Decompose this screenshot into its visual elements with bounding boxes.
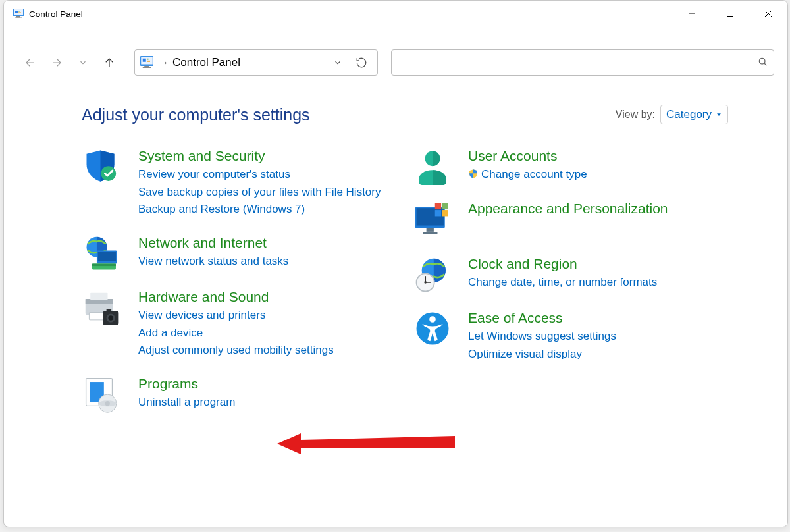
printer-camera-icon bbox=[82, 289, 124, 360]
link-add-device[interactable]: Add a device bbox=[138, 325, 398, 342]
category-appearance: Appearance and Personalization bbox=[411, 201, 728, 240]
category-user-accounts: User Accounts Change account type bbox=[411, 148, 728, 185]
right-column: User Accounts Change account type bbox=[411, 148, 728, 430]
link-file-history[interactable]: Save backup copies of your files with Fi… bbox=[138, 184, 398, 201]
category-ease-of-access: Ease of Access Let Windows suggest setti… bbox=[411, 310, 728, 363]
address-dropdown-button[interactable] bbox=[326, 51, 350, 74]
minimize-button[interactable] bbox=[673, 1, 711, 27]
category-title[interactable]: Ease of Access bbox=[468, 310, 728, 326]
category-title[interactable]: Clock and Region bbox=[468, 256, 728, 272]
maximize-button[interactable] bbox=[711, 1, 749, 27]
svg-point-56 bbox=[424, 281, 427, 284]
left-column: System and Security Review your computer… bbox=[82, 148, 398, 430]
control-panel-app-icon bbox=[13, 9, 24, 19]
search-box[interactable] bbox=[391, 49, 774, 76]
navigation-row: Control Panel bbox=[4, 27, 787, 85]
svg-point-42 bbox=[105, 401, 110, 406]
category-title[interactable]: Programs bbox=[138, 376, 398, 392]
link-backup-restore[interactable]: Backup and Restore (Windows 7) bbox=[138, 201, 398, 218]
link-review-status[interactable]: Review your computer's status bbox=[138, 167, 398, 183]
svg-rect-51 bbox=[442, 210, 448, 216]
view-by-group: View by: Category bbox=[616, 105, 728, 124]
view-by-select[interactable]: Category bbox=[660, 105, 728, 124]
link-network-status[interactable]: View network status and tasks bbox=[138, 253, 398, 270]
categories: System and Security Review your computer… bbox=[82, 148, 728, 430]
titlebar: Control Panel bbox=[4, 1, 787, 27]
svg-point-58 bbox=[429, 316, 436, 323]
category-programs: Programs Uninstall a program bbox=[82, 376, 398, 414]
svg-rect-19 bbox=[144, 66, 149, 67]
link-devices-printers[interactable]: View devices and printers bbox=[138, 307, 398, 324]
chevron-right-icon bbox=[163, 58, 169, 68]
content-area: Adjust your computer's settings View by:… bbox=[4, 85, 787, 527]
link-optimize-visual[interactable]: Optimize visual display bbox=[468, 346, 728, 363]
page-heading: Adjust your computer's settings bbox=[82, 105, 616, 124]
svg-rect-50 bbox=[435, 210, 441, 216]
control-panel-icon bbox=[140, 56, 153, 69]
svg-line-22 bbox=[764, 63, 766, 65]
category-system-security: System and Security Review your computer… bbox=[82, 148, 398, 219]
shield-icon bbox=[82, 148, 124, 219]
search-icon bbox=[758, 57, 768, 69]
content-header: Adjust your computer's settings View by:… bbox=[82, 105, 728, 124]
svg-rect-20 bbox=[143, 67, 151, 68]
category-hardware-sound: Hardware and Sound View devices and prin… bbox=[82, 289, 398, 360]
category-network-internet: Network and Internet View network status… bbox=[82, 235, 398, 273]
link-date-time-formats[interactable]: Change date, time, or number formats bbox=[468, 275, 728, 291]
view-by-value: Category bbox=[666, 108, 712, 121]
link-uninstall-program[interactable]: Uninstall a program bbox=[138, 394, 398, 411]
svg-rect-18 bbox=[147, 61, 150, 62]
address-bar[interactable]: Control Panel bbox=[134, 49, 378, 76]
back-button[interactable] bbox=[17, 49, 43, 76]
window-title: Control Panel bbox=[29, 9, 83, 19]
category-title[interactable]: Appearance and Personalization bbox=[468, 201, 728, 217]
accessibility-icon bbox=[411, 310, 454, 363]
svg-rect-49 bbox=[442, 203, 448, 209]
link-change-account-type[interactable]: Change account type bbox=[468, 167, 728, 183]
svg-rect-17 bbox=[147, 59, 149, 60]
svg-rect-16 bbox=[143, 59, 146, 62]
category-title[interactable]: User Accounts bbox=[468, 148, 728, 164]
refresh-button[interactable] bbox=[350, 51, 373, 74]
forward-button[interactable] bbox=[43, 49, 70, 76]
svg-marker-59 bbox=[277, 433, 455, 454]
svg-rect-37 bbox=[107, 309, 112, 312]
svg-marker-23 bbox=[717, 113, 721, 116]
close-button[interactable] bbox=[749, 1, 787, 27]
svg-rect-32 bbox=[90, 293, 107, 300]
globe-network-icon bbox=[82, 235, 124, 273]
svg-rect-29 bbox=[92, 263, 116, 266]
link-windows-suggest[interactable]: Let Windows suggest settings bbox=[468, 329, 728, 345]
up-button[interactable] bbox=[96, 49, 122, 76]
category-title[interactable]: Network and Internet bbox=[138, 235, 398, 251]
category-title[interactable]: System and Security bbox=[138, 148, 398, 164]
svg-rect-2 bbox=[15, 11, 18, 13]
svg-point-21 bbox=[759, 58, 765, 64]
svg-point-36 bbox=[108, 315, 113, 321]
svg-rect-4 bbox=[18, 13, 21, 14]
svg-rect-48 bbox=[435, 203, 441, 209]
annotation-arrow bbox=[277, 431, 461, 470]
svg-rect-8 bbox=[727, 11, 733, 17]
category-title[interactable]: Hardware and Sound bbox=[138, 289, 398, 305]
svg-rect-6 bbox=[15, 18, 22, 18]
svg-rect-5 bbox=[16, 16, 20, 18]
svg-rect-27 bbox=[98, 252, 116, 261]
link-mobility-settings[interactable]: Adjust commonly used mobility settings bbox=[138, 342, 398, 359]
breadcrumb-control-panel[interactable]: Control Panel bbox=[172, 56, 240, 69]
svg-rect-46 bbox=[427, 228, 434, 232]
programs-icon bbox=[82, 376, 124, 414]
chevron-down-icon bbox=[716, 111, 722, 118]
user-icon bbox=[411, 148, 454, 185]
svg-rect-47 bbox=[423, 232, 438, 234]
recent-locations-button[interactable] bbox=[70, 49, 96, 76]
control-panel-window: Control Panel bbox=[3, 0, 788, 527]
svg-rect-3 bbox=[18, 11, 20, 12]
clock-globe-icon bbox=[411, 256, 454, 294]
search-input[interactable] bbox=[397, 56, 758, 69]
category-clock-region: Clock and Region Change date, time, or n… bbox=[411, 256, 728, 294]
view-by-label: View by: bbox=[616, 109, 655, 120]
uac-shield-icon bbox=[468, 168, 479, 178]
monitor-customize-icon bbox=[411, 201, 454, 240]
